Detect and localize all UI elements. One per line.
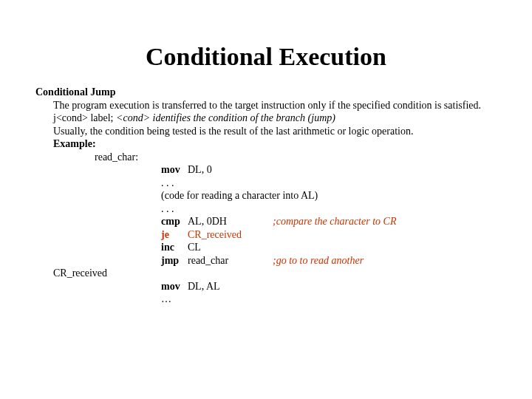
- opcode: je: [161, 228, 188, 242]
- slide-title: Conditional Execution: [0, 43, 532, 71]
- label-cr-received: CR_received: [53, 267, 502, 280]
- jcond-prefix: j<cond> label;: [53, 112, 116, 123]
- opcode: cmp: [161, 215, 188, 228]
- jcond-line: j<cond> label; <cond> identifies the con…: [53, 112, 502, 125]
- opcode: jmp: [161, 254, 188, 267]
- label-read-char: read_char:: [95, 151, 502, 164]
- slide-body: Conditional Jump The program execution i…: [35, 86, 502, 306]
- code-line: . . .: [161, 177, 502, 190]
- opcode: inc: [161, 241, 188, 254]
- body-text: The program execution is transferred to …: [53, 99, 502, 112]
- args: DL, 0: [188, 164, 212, 175]
- code-line: …: [161, 293, 502, 306]
- code-line: . . .: [161, 202, 502, 216]
- opcode: mov: [161, 163, 188, 177]
- code-line: cmpAL, 0DH;compare the character to CR: [161, 215, 502, 228]
- args: CR_received: [188, 229, 242, 240]
- code-line: movDL, AL: [161, 280, 502, 293]
- opcode: mov: [161, 280, 188, 293]
- comment: ;go to to read another: [273, 255, 364, 266]
- code-line: jmpread_char;go to to read another: [161, 254, 502, 267]
- code-line: movDL, 0: [161, 163, 502, 177]
- code-line-highlight: jeCR_received: [161, 228, 502, 242]
- code-line: (code for reading a character into AL): [161, 189, 502, 202]
- args: DL, AL: [188, 281, 220, 292]
- jcond-desc: <cond> identifies the condition of the b…: [116, 112, 335, 123]
- example-label: Example:: [53, 137, 502, 151]
- usually-line: Usually, the condition being tested is t…: [53, 125, 502, 138]
- args: CL: [188, 242, 201, 253]
- args: AL, 0DH: [188, 215, 273, 228]
- section-heading: Conditional Jump: [35, 86, 502, 99]
- code-line: incCL: [161, 241, 502, 254]
- comment: ;compare the character to CR: [273, 216, 396, 227]
- args: read_char: [188, 254, 273, 267]
- slide: { "title": "Conditional Execution", "sub…: [0, 43, 532, 399]
